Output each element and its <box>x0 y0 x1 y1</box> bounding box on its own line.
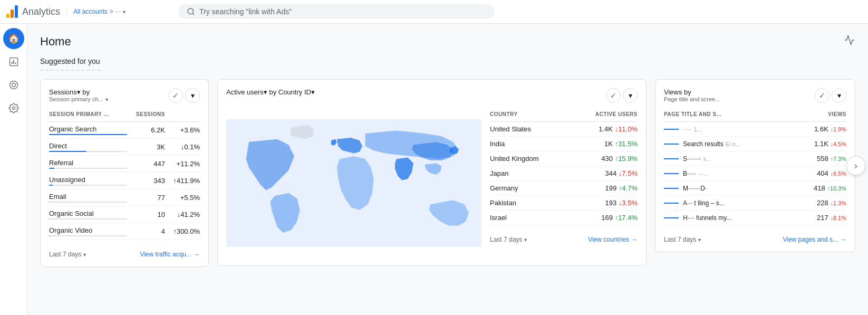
logo-bar-3 <box>15 5 18 18</box>
sessions-footer: Last 7 days ▾ View traffic acqu... → <box>49 246 200 258</box>
card-views-title: Views by Page title and scree... <box>664 88 720 102</box>
view-page-label: ····· 1... <box>664 122 792 137</box>
country-label: United Kingdom <box>490 151 569 166</box>
table-row: A··· t lling – s... 228 ↓1.3% <box>664 196 846 211</box>
view-value: 1.6K ↓1.9% <box>792 122 846 137</box>
country-value: 169 ↑17.4% <box>569 211 638 225</box>
table-row: Organic Social 10 ↓41.2% <box>49 206 200 223</box>
views-table-area: PAGE TITLE AND S... VIEWS ····· 1... 1.6… <box>664 109 846 225</box>
country-label: Pakistan <box>490 196 569 211</box>
sessions-more-btn[interactable]: ▾ <box>185 88 200 103</box>
page-header: Home <box>40 24 855 57</box>
breadcrumb-dropdown[interactable]: ▾ <box>123 9 126 15</box>
map-check-btn[interactable]: ✓ <box>606 88 621 103</box>
table-row: Organic Search 6.2K +3.6% <box>49 122 200 139</box>
table-row: Japan 344 ↓7.5% <box>490 166 638 181</box>
session-value: 77 <box>127 189 165 206</box>
country-label: India <box>490 137 569 151</box>
chevron-right-nav[interactable]: › <box>846 156 865 175</box>
session-label: Direct <box>49 139 127 156</box>
views-col2-header: VIEWS <box>792 109 846 122</box>
view-page-label: B····· ·-·... <box>664 166 792 181</box>
search-bar[interactable]: Try searching "link with Ads" <box>178 4 495 19</box>
breadcrumb: All accounts > ··· ▾ <box>66 8 172 15</box>
session-label: Organic Video <box>49 223 127 240</box>
view-page-label: Search results Ei n... <box>664 137 792 151</box>
table-row: Direct 3K ↓0.1% <box>49 139 200 156</box>
card-sessions-actions: ✓ ▾ <box>168 88 200 103</box>
table-row: United Kingdom 430 ↑15.9% <box>490 151 638 166</box>
session-value: 447 <box>127 156 165 173</box>
session-value: 10 <box>127 206 165 223</box>
session-value: 4 <box>127 223 165 240</box>
app-logo: Analytics <box>6 5 60 18</box>
sidebar-item-configure[interactable] <box>3 98 24 119</box>
topbar: Analytics All accounts > ··· ▾ Try searc… <box>0 0 868 24</box>
session-label: Email <box>49 189 127 206</box>
session-trend: +11.2% <box>165 156 200 173</box>
search-icon <box>187 7 195 16</box>
sessions-subtitle-dropdown[interactable]: ▾ <box>105 97 108 102</box>
section-title: Suggested for you <box>40 57 100 71</box>
customize-icon[interactable] <box>844 34 855 49</box>
card-views-header: Views by Page title and scree... ✓ ▾ <box>664 88 846 103</box>
map-more-btn[interactable]: ▾ <box>623 88 638 103</box>
table-row: Germany 199 ↑4.7% <box>490 181 638 196</box>
table-row: Organic Video 4 ↑300.0% <box>49 223 200 240</box>
card-views-actions: ✓ ▾ <box>815 88 846 103</box>
svg-point-7 <box>12 83 15 87</box>
session-label: Organic Social <box>49 206 127 223</box>
sessions-col3-header <box>165 109 200 122</box>
view-page-label: A··· t lling – s... <box>664 196 792 211</box>
logo-icon <box>6 5 18 18</box>
views-check-btn[interactable]: ✓ <box>815 88 830 103</box>
session-trend: ↓0.1% <box>165 139 200 156</box>
map-view-link[interactable]: View countries → <box>588 236 638 243</box>
sidebar-item-home[interactable]: 🏠 <box>3 28 24 49</box>
page-title: Home <box>40 35 71 49</box>
country-value: 344 ↓7.5% <box>569 166 638 181</box>
sessions-period[interactable]: Last 7 days ▾ <box>49 251 86 258</box>
card-map: Active users▾ by Country ID▾ ✓ ▾ <box>217 79 647 266</box>
country-label: Germany <box>490 181 569 196</box>
country-value: 1.4K ↓11.0% <box>569 122 638 137</box>
table-row: S········ s... 558 ↑7.3% <box>664 151 846 166</box>
table-row: Email 77 +5.5% <box>49 189 200 206</box>
views-title: Views by <box>664 88 691 96</box>
session-trend: ↑300.0% <box>165 223 200 240</box>
view-value: 228 ↓1.3% <box>792 196 846 211</box>
logo-bar-1 <box>6 14 9 18</box>
sessions-check-btn[interactable]: ✓ <box>168 88 183 103</box>
map-col2-header: ACTIVE USERS <box>569 109 638 122</box>
session-label: Referral <box>49 156 127 173</box>
view-page-label: S········ s... <box>664 151 792 166</box>
card-map-title: Active users▾ by Country ID▾ <box>226 88 315 96</box>
table-row: Israel 169 ↑17.4% <box>490 211 638 225</box>
session-value: 6.2K <box>127 122 165 139</box>
views-view-link[interactable]: View pages and s... → <box>783 236 846 243</box>
session-trend: ↑411.9% <box>165 173 200 189</box>
table-row: Referral 447 +11.2% <box>49 156 200 173</box>
sessions-view-link[interactable]: View traffic acqu... → <box>140 251 200 258</box>
table-row: Search results Ei n... 1.1K ↓4.5% <box>664 137 846 151</box>
card-sessions-title: Sessions▾ by Session primary ch... ▾ <box>49 88 108 102</box>
table-row: Pakistan 193 ↓3.5% <box>490 196 638 211</box>
card-sessions-header: Sessions▾ by Session primary ch... ▾ ✓ ▾ <box>49 88 200 103</box>
logo-bar-2 <box>11 9 14 18</box>
sidebar-item-advertising[interactable] <box>3 74 24 96</box>
breadcrumb-dots: ··· <box>115 8 121 15</box>
svg-point-6 <box>9 81 17 89</box>
breadcrumb-all-accounts[interactable]: All accounts <box>73 8 108 15</box>
views-period[interactable]: Last 7 days ▾ <box>664 236 701 243</box>
svg-point-0 <box>188 8 194 14</box>
map-period[interactable]: Last 7 days ▾ <box>490 236 527 243</box>
country-value: 430 ↑15.9% <box>569 151 638 166</box>
views-subtitle: Page title and scree... <box>664 96 720 102</box>
map-container: COUNTRY ACTIVE USERS United States 1.4K … <box>226 109 638 257</box>
views-more-btn[interactable]: ▾ <box>832 88 846 103</box>
world-map <box>226 109 481 257</box>
sidebar-item-reports[interactable] <box>3 51 24 72</box>
country-label: Japan <box>490 166 569 181</box>
views-col1-header: PAGE TITLE AND S... <box>664 109 792 122</box>
card-views: Views by Page title and scree... ✓ ▾ <box>655 79 855 252</box>
